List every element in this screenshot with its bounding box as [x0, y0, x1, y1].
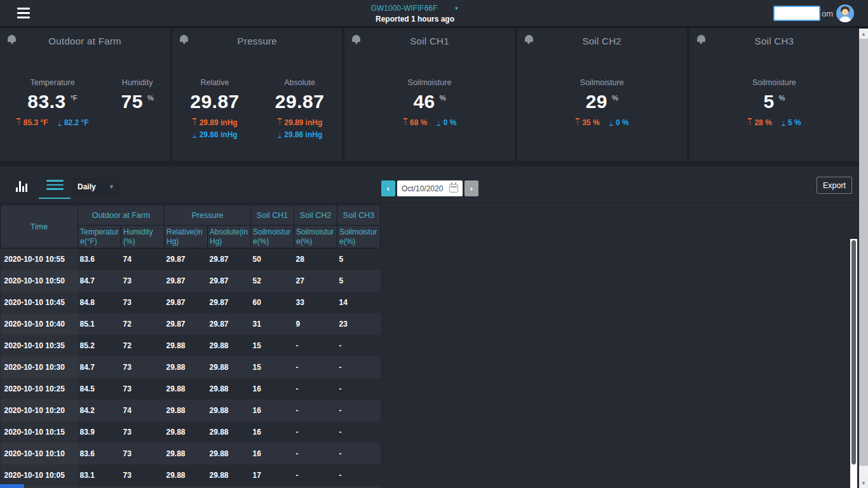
bell-clapper — [11, 42, 13, 44]
metric-minmax: ↑ 68 %↓ 0 % — [403, 118, 457, 127]
card-metrics: Soilmoisture29%↑ 35 %↓ 0 % — [517, 78, 687, 127]
cell-value: - — [337, 400, 381, 421]
arrow-down-min-icon: ↓ — [781, 118, 786, 127]
cell-value: 14 — [337, 292, 381, 313]
bell-clapper — [527, 42, 530, 44]
cell-value: 50 — [251, 248, 294, 271]
cell-value: 29.88 — [208, 356, 251, 378]
cell-value: - — [337, 335, 381, 356]
next-day-button[interactable]: › — [465, 180, 478, 196]
scroll-up-button[interactable]: ▲ — [859, 29, 868, 39]
bell-clapper — [355, 42, 358, 44]
date-input[interactable]: Oct/10/2020 — [397, 180, 463, 196]
cell-value: 29.88 — [165, 400, 208, 421]
cell-time: 2020-10-10 10:15 — [1, 421, 78, 443]
avatar-face — [842, 9, 848, 15]
cell-time: 2020-10-10 10:45 — [1, 292, 78, 313]
bell-body — [525, 35, 533, 42]
min-value: ↓ 29.86 inHg — [275, 130, 325, 139]
col-group-soil-ch1: Soil CH1 — [251, 205, 294, 226]
metric-unit: % — [147, 94, 154, 102]
bell-icon[interactable] — [697, 36, 705, 44]
arrow-down-min-icon: ↓ — [192, 130, 197, 139]
cell-time: 2020-10-10 10:35 — [1, 335, 78, 356]
cell-value: 73 — [121, 270, 165, 292]
min-value: ↓ 5 % — [781, 118, 801, 127]
cell-value: 29.88 — [208, 464, 251, 486]
cell-value: 16 — [251, 421, 294, 443]
cell-value: 29.87 — [208, 270, 251, 292]
cell-value: 72 — [121, 335, 165, 356]
page-scrollbar-thumb[interactable] — [859, 39, 868, 466]
col-group-soil-ch3: Soil CH3 — [337, 205, 381, 226]
cell-value: 83.6 — [78, 248, 121, 271]
arrow-down-min-icon: ↓ — [57, 118, 62, 127]
arrow-up-max-icon: ↑ — [277, 118, 282, 127]
bell-icon[interactable] — [180, 36, 188, 44]
range-selected-value: Daily — [78, 182, 96, 191]
date-value: Oct/10/2020 — [402, 184, 443, 193]
cell-value: 85.2 — [78, 335, 121, 356]
metric-temperature: Temperature83.3°F↑ 85.3 °F↓ 82.2 °F — [16, 78, 88, 127]
metric-unit: % — [440, 94, 446, 102]
device-selector[interactable]: GW1000-WIFIF66F ▼ — [371, 4, 459, 13]
metric-relative: Relative29.87↑ 29.89 inHg↓ 29.86 inHg — [190, 78, 240, 139]
metric-label: Soilmoisture — [403, 78, 457, 87]
cell-value: 84.7 — [78, 356, 121, 378]
max-value: ↑ 85.3 °F — [16, 118, 48, 127]
cell-value: 83.6 — [78, 443, 121, 464]
table-row: 2020-10-10 10:3585.27229.8829.8815-- — [1, 335, 381, 356]
cell-value: 29.88 — [208, 335, 251, 356]
sensor-card-soil-ch3: Soil CH3Soilmoisture5%↑ 28 %↓ 5 % — [689, 29, 859, 161]
cell-value: - — [294, 464, 337, 486]
min-value: ↓ 0 % — [609, 118, 629, 127]
metric-label: Absolute — [275, 78, 325, 87]
metric-number: 29.87 — [190, 91, 240, 112]
sensor-card-soil-ch1: Soil CH1Soilmoisture46%↑ 68 %↓ 0 % — [344, 29, 514, 161]
min-value: ↓ 0 % — [436, 118, 456, 127]
cell-value: - — [294, 400, 337, 421]
cell-time: 2020-10-10 10:20 — [1, 400, 78, 421]
cell-value: 23 — [337, 313, 381, 335]
col-group-pressure: Pressure — [165, 205, 251, 226]
cell-time: 2020-10-10 10:25 — [1, 378, 78, 400]
cell-value: 72 — [121, 313, 165, 335]
prev-day-button[interactable]: ‹ — [381, 180, 395, 196]
table-row: 2020-10-10 10:0583.17329.8829.8817-- — [1, 464, 381, 486]
bell-icon[interactable] — [352, 36, 360, 44]
avatar[interactable] — [836, 4, 854, 22]
cell-value: 83.9 — [78, 421, 121, 443]
bell-icon[interactable] — [8, 36, 16, 44]
arrow-up-max-icon: ↑ — [575, 118, 580, 127]
metric-number: 29.87 — [275, 91, 325, 112]
cell-time: 2020-10-10 10:40 — [1, 313, 78, 335]
cell-value: - — [294, 443, 337, 464]
metric-minmax: ↑ 29.89 inHg↓ 29.86 inHg — [275, 118, 325, 139]
metric-label: Soilmoisture — [747, 78, 801, 87]
page-scrollbar: ▲ ▼ — [859, 29, 868, 488]
arrow-down-min-icon: ↓ — [609, 118, 614, 127]
export-button[interactable]: Export — [817, 177, 852, 194]
account-input[interactable] — [773, 6, 820, 21]
range-select[interactable]: Daily ▼ — [71, 177, 121, 196]
card-title: Soil CH3 — [689, 36, 859, 46]
cell-time: 2020-10-10 10:55 — [1, 248, 78, 271]
metric-minmax: ↑ 85.3 °F↓ 82.2 °F — [16, 118, 88, 127]
tab-list-view[interactable] — [38, 175, 71, 198]
table-scrollbar-thumb[interactable] — [851, 240, 856, 464]
metric-value: 75% — [121, 91, 154, 112]
metric-humidity: Humidity75% — [121, 78, 154, 127]
tab-chart-view[interactable] — [5, 175, 38, 198]
metric-unit: °F — [71, 94, 78, 102]
bell-icon[interactable] — [525, 36, 533, 44]
table-row: 2020-10-10 10:2084.27429.8829.8816-- — [1, 400, 381, 421]
metric-label: Soilmoisture — [575, 78, 629, 87]
cell-value: 73 — [121, 443, 165, 464]
card-title: Pressure — [172, 36, 342, 46]
scroll-down-button[interactable]: ▼ — [859, 478, 868, 488]
cell-value: - — [294, 421, 337, 443]
cards-row: Outdoor at FarmTemperature83.3°F↑ 85.3 °… — [0, 29, 859, 161]
cell-value: 33 — [294, 292, 337, 313]
card-metrics: Relative29.87↑ 29.89 inHg↓ 29.86 inHgAbs… — [172, 78, 342, 139]
cell-value: 29.87 — [208, 248, 251, 271]
